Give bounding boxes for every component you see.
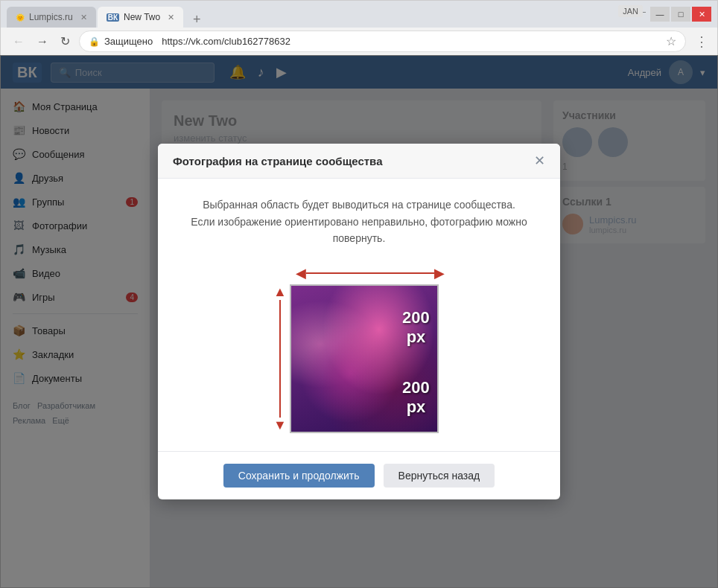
horizontal-arrow-line [306,272,434,274]
save-continue-button[interactable]: Сохранить и продолжить [223,464,375,488]
vertical-arrow-line [279,300,281,418]
window-controls: — — □ ✕ [638,7,711,22]
browser-tabs: 🌞 ВК Lumpics.ru ✕ ВК New Two ✕ + [7,1,209,28]
vertical-arrow: ▲ ▼ [273,284,287,433]
close-button[interactable]: ✕ [692,7,711,22]
reload-button[interactable]: ↻ [57,31,73,51]
modal-close-button[interactable]: ✕ [534,154,545,167]
width-value: 200 [402,308,430,327]
browser-title-bar: 🌞 ВК Lumpics.ru ✕ ВК New Two ✕ + — — □ ✕… [1,1,717,28]
browser-nav-bar: ← → ↻ 🔒 Защищено https://vk.com/club1627… [1,28,717,56]
width-unit: px [407,327,426,346]
lumpics-tab-text: Lumpics.ru [29,12,73,22]
modal-footer: Сохранить и продолжить Вернуться назад [158,451,560,499]
maximize-button[interactable]: □ [671,7,690,22]
tab-lumpics[interactable]: 🌞 ВК Lumpics.ru ✕ [7,7,96,28]
user-initials: JAN [618,5,643,17]
protocol-label: Защищено [104,36,153,47]
height-value: 200 [402,378,430,397]
new-tab-button[interactable]: + [185,12,209,28]
photo-preview-container: ◀ ▶ ▲ ▼ [273,265,445,433]
go-back-button[interactable]: Вернуться назад [384,464,495,488]
photo-row: ▲ ▼ 200 px [273,284,445,433]
modal-title: Фотография на странице сообщества [173,155,382,167]
arrow-down-icon: ▼ [273,418,287,433]
url-text: https://vk.com/club162778632 [162,36,661,47]
arrow-right-icon: ▶ [434,265,445,281]
arrow-left-icon: ◀ [296,265,306,281]
height-label-container: 200 px [402,378,430,417]
photo-crop-modal: Фотография на странице сообщества ✕ Выбр… [158,144,560,499]
modal-header: Фотография на странице сообщества ✕ [158,144,560,179]
lock-icon: 🔒 [89,36,100,47]
modal-desc-line2: Если изображение ориентировано неправиль… [191,216,527,244]
modal-overlay: Фотография на странице сообщества ✕ Выбр… [0,55,718,588]
browser-menu-icon[interactable]: ⋮ [695,33,708,50]
modal-desc-line1: Выбранная область будет выводиться на ст… [203,199,515,211]
lumpics-tab-icon: 🌞 [16,13,25,22]
height-unit: px [407,397,426,416]
forward-button[interactable]: → [34,32,51,51]
width-label-container: 200 px [402,308,430,347]
bookmark-star-icon[interactable]: ☆ [666,34,676,48]
modal-description: Выбранная область будет выводиться на ст… [173,196,545,246]
newtwo-tab-close[interactable]: ✕ [168,13,174,22]
lumpics-tab-close[interactable]: ✕ [80,13,87,22]
arrow-up-icon: ▲ [273,284,287,300]
back-button[interactable]: ← [10,32,28,51]
address-bar[interactable]: 🔒 Защищено https://vk.com/club162778632 … [79,31,686,52]
tab-newtwo[interactable]: ВК New Two ✕ [98,7,183,28]
horizontal-arrow: ◀ ▶ [296,265,445,281]
newtwo-tab-label: New Two [124,12,160,22]
modal-body: Выбранная область будет выводиться на ст… [158,179,560,450]
vk-tab-icon: ВК [107,13,119,22]
minimize-button[interactable]: — [650,7,670,22]
photo-preview-box: 200 px 200 px [290,284,439,433]
